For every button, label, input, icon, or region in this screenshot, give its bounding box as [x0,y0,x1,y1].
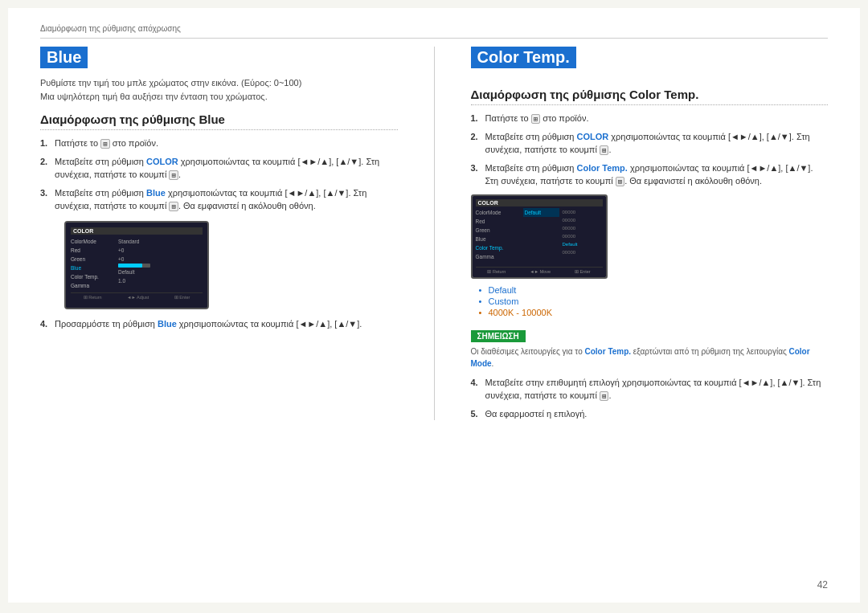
step-5-right: 5. Θα εφαρμοστεί η επιλογή. [471,407,829,421]
color-mode-note-ref: Color Mode [471,347,810,368]
right-steps-45: 4. Μεταβείτε στην επιθυμητή επιλογή χρησ… [471,376,829,421]
color-temp-selected: Color Temp. [476,243,520,252]
step-3-left: 3. Μεταβείτε στη ρύθμιση Blue χρησιμοποι… [40,186,398,213]
column-divider [434,47,435,420]
monitor-menu-items-right: ColorMode Red Green Blue Color Temp. Gam… [476,208,603,265]
note-label: ΣΗΜΕΙΩΣΗ [471,330,526,342]
color-temp-subsection-title: Διαμόρφωση της ρύθμισης Color Temp. [471,88,829,105]
color-temp-highlight: Color Temp. [577,163,628,173]
color-temp-note-ref: Color Temp. [585,347,632,356]
color-highlight-r2: COLOR [577,132,609,141]
left-steps: 1. Πατήστε το ⊞ στο προϊόν. 2. Μεταβείτε… [40,137,398,213]
right-steps: 1. Πατήστε το ⊞ στο προϊόν. 2. Μεταβείτε… [471,112,829,188]
right-column: Color Temp. Διαμόρφωση της ρύθμισης Colo… [471,47,829,420]
option-default: Default [479,285,829,295]
monitor-footer-left: ⊞ Return ◄► Adjust ⊞ Enter [71,292,203,300]
default-selected: Default [523,208,559,217]
menu-icon-3: ⊞ [169,202,178,211]
option-4000k: 4000K - 10000K [479,308,829,317]
step-1-left: 1. Πατήστε το ⊞ στο προϊόν. [40,137,398,150]
monitor-menu-title-left: COLOR [71,227,203,235]
menu-icon-r4: ⊞ [600,391,608,401]
step-4-right: 4. Μεταβείτε στην επιθυμητή επιλογή χρησ… [471,376,829,403]
blue-highlight-4: Blue [158,319,177,329]
blue-highlight: Blue [146,188,166,198]
step-4-left: 4. Προσαρμόστε τη ρύθμιση Blue χρησιμοπο… [40,317,398,331]
step-4-container: 4. Προσαρμόστε τη ρύθμιση Blue χρησιμοπο… [40,317,398,331]
menu-icon-r3: ⊞ [616,177,624,186]
blue-section-title: Blue [40,47,398,76]
step-2-right: 2. Μεταβείτε στη ρύθμιση COLOR χρησιμοπο… [471,130,829,157]
monitor-screenshot-right: COLOR ColorMode Red Green Blue Color Tem… [471,194,608,279]
color-highlight: COLOR [146,157,178,166]
two-column-layout: Blue Ρυθμίστε την τιμή του μπλε χρώματος… [40,47,828,420]
left-column: Blue Ρυθμίστε την τιμή του μπλε χρώματος… [40,47,398,420]
monitor-menu-content: ColorMode Red Green Blue Color Temp. Gam… [71,237,203,290]
monitor-menu-title-right: COLOR [476,199,603,206]
main-page: Διαμόρφωση της ρύθμισης απόχρωσης Blue Ρ… [8,8,860,603]
blue-selected-item: Blue [71,264,115,272]
step-2-left: 2. Μεταβείτε στη ρύθμιση COLOR χρησιμοπο… [40,155,398,182]
menu-icon-1: ⊞ [100,139,109,149]
color-temp-section-title: Color Temp. [471,47,829,76]
monitor-screenshot-left: COLOR ColorMode Red Green Blue Color Tem… [64,221,209,309]
menu-icon-r2: ⊞ [600,145,608,155]
monitor-labels: ColorMode Red Green Blue Color Temp. Gam… [71,237,115,290]
menu-icon-r1: ⊞ [531,114,540,124]
intro-text: Ρυθμίστε την τιμή του μπλε χρώματος στην… [40,76,398,103]
menu-icon-2: ⊞ [169,170,178,180]
step-3-right: 3. Μεταβείτε στη ρύθμιση Color Temp. χρη… [471,161,829,188]
step-1-right: 1. Πατήστε το ⊞ στο προϊόν. [471,112,829,125]
options-list: Default Custom 4000K - 10000K [471,285,829,317]
blue-subsection-title: Διαμόρφωση της ρύθμισης Blue [40,112,398,130]
breadcrumb: Διαμόρφωση της ρύθμισης απόχρωσης [40,24,828,39]
monitor-values: Standard +0 +0 Default 1.0 [118,237,203,290]
option-custom: Custom [479,296,829,306]
monitor-footer-right: ⊞ Return ◄► Move ⊞ Enter [476,267,603,274]
note-text: Οι διαθέσιμες λειτουργίες για το Color T… [471,345,829,370]
page-number: 42 [817,579,828,591]
